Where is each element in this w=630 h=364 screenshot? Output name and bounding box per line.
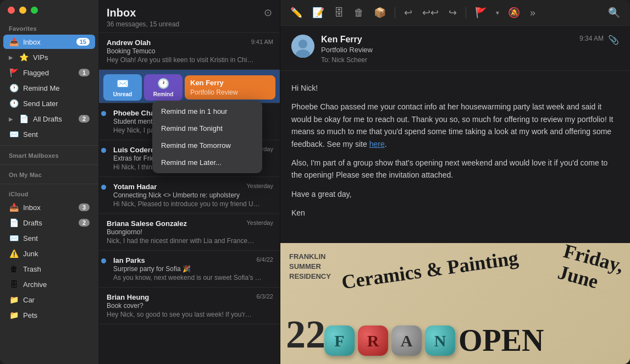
message-subject: Book cover? <box>107 302 272 310</box>
sidebar-item-flagged[interactable]: 🚩 Flagged 1 <box>3 65 95 80</box>
close-button[interactable] <box>8 7 15 14</box>
message-subject: Buongiorno! <box>107 228 272 236</box>
sidebar-item-sent[interactable]: ✉️ Sent <box>3 127 95 141</box>
new-message-icon[interactable]: ✏️ <box>288 4 305 21</box>
sidebar-item-label: VIPs <box>33 53 90 62</box>
junk-toolbar-icon[interactable]: 📦 <box>372 4 388 21</box>
smart-mailboxes-label: Smart Mailboxes <box>0 149 98 161</box>
mailbox-subtitle: 36 messages, 15 unread <box>107 20 179 28</box>
inbox-icon: 📥 <box>9 203 19 212</box>
dropdown-item-tomorrow[interactable]: Remind me Tomorrow <box>152 137 262 154</box>
sidebar-item-drafts-icloud[interactable]: 📄 Drafts 2 <box>3 216 95 230</box>
sidebar-item-pets[interactable]: 📁 Pets <box>3 308 95 322</box>
sidebar-item-label: Sent <box>23 234 90 242</box>
sidebar-item-label: Sent <box>23 130 90 139</box>
message-time: 9:41 AM <box>251 38 273 45</box>
message-preview: As you know, next weekend is our sweet S… <box>113 274 262 282</box>
flag-dropdown-arrow[interactable]: ▼ <box>495 10 500 16</box>
message-list: Inbox 36 messages, 15 unread ⊙ Andrew Ol… <box>99 0 280 364</box>
sidebar-item-archive[interactable]: 🗄 Archive <box>3 277 95 291</box>
ken-ferry-label: Ken Ferry <box>190 79 224 87</box>
unread-indicator <box>101 148 106 153</box>
message-item-selected[interactable]: ✉️ Unread 🕐 Remind Remind me in 1 hour R… <box>99 70 280 103</box>
search-icon[interactable]: 🔍 <box>606 4 622 21</box>
site-link[interactable]: here <box>369 140 385 148</box>
email-attachment-image: FRANKLIN SUMMER RESIDENCY Ceramics & Pai… <box>280 243 630 364</box>
delete-toolbar-icon[interactable]: 🗑 <box>352 5 366 21</box>
sidebar-item-label: Flagged <box>23 69 74 77</box>
message-preview: Hey Olah! Are you still keen to visit Kr… <box>107 56 255 64</box>
from-name: Ken Ferry <box>321 35 573 45</box>
message-item[interactable]: Yotam Hadar Connecting Nick <> Umberto r… <box>99 177 280 214</box>
more-icon[interactable]: » <box>528 5 538 21</box>
sidebar-item-label: Inbox <box>23 203 74 212</box>
message-item[interactable]: Ian Parks Surprise party for Sofia 🎉 As … <box>99 251 280 288</box>
minimize-button[interactable] <box>19 7 26 14</box>
swipe-portfolioreview-button[interactable]: Ken Ferry Portfolio Review <box>185 75 275 100</box>
reply-all-icon[interactable]: ↩↩ <box>420 4 441 21</box>
signature: Ken <box>291 207 619 219</box>
sidebar-item-label: Pets <box>23 311 90 319</box>
message-item[interactable]: Brian Heung Book cover? Hey Nick, so goo… <box>99 288 280 324</box>
forward-icon[interactable]: ↪ <box>446 4 459 21</box>
clock-icon: 🕐 <box>9 99 19 108</box>
sidebar-item-junk[interactable]: ⚠️ Junk <box>3 246 95 261</box>
star-icon: ⭐ <box>19 53 29 62</box>
message-item[interactable]: Briana Salese Gonzalez Buongiorno! Nick,… <box>99 214 280 251</box>
sidebar-item-car[interactable]: 📁 Car <box>3 293 95 307</box>
sidebar-item-send-later[interactable]: 🕐 Send Later <box>3 96 95 111</box>
message-preview: Nick, I had the nicest dinner with Lia a… <box>107 237 255 245</box>
poster-number: 22 <box>286 312 325 357</box>
archive-toolbar-icon[interactable]: 🗄 <box>332 5 346 21</box>
ceramics-painting-text: Ceramics & Painting <box>340 246 520 294</box>
folder-icon: 📁 <box>9 295 19 304</box>
flag-icon: 🚩 <box>9 68 19 77</box>
trash-icon: 🗑 <box>9 264 19 273</box>
clay-r: R <box>358 326 388 356</box>
sidebar-item-label: Send Later <box>23 100 90 108</box>
message-item[interactable]: Andrew Olah Booking Temuco Hey Olah! Are… <box>99 33 280 70</box>
attachment-icon: 📎 <box>608 35 619 45</box>
body-paragraph-1: Phoebe Chao passed me your contact info … <box>291 101 619 150</box>
mailbox-title: Inbox <box>107 7 179 19</box>
sidebar-item-label: Drafts <box>23 219 74 227</box>
drafts-badge: 2 <box>79 115 90 123</box>
message-preview: Hey Nick, so good to see you last week! … <box>107 311 255 318</box>
sidebar-item-inbox-icloud[interactable]: 📥 Inbox 3 <box>3 200 95 214</box>
sender-avatar <box>291 35 314 58</box>
message-subject: Connecting Nick <> Umberto re: upholster… <box>113 191 272 199</box>
sidebar-item-all-drafts[interactable]: ▶ 📄 All Drafts 2 <box>3 112 95 126</box>
sidebar-item-vips[interactable]: ▶ ⭐ VIPs <box>3 50 95 64</box>
compose-icon[interactable]: 📝 <box>310 4 327 21</box>
chevron-icon: ▶ <box>9 116 13 122</box>
dropdown-item-1hour[interactable]: Remind me in 1 hour <box>152 103 262 120</box>
sidebar-item-label: All Drafts <box>33 115 74 123</box>
friday-june-text: Friday,June <box>556 243 626 298</box>
icloud-inbox-badge: 3 <box>79 203 90 211</box>
inbox-icon: 📥 <box>9 37 19 46</box>
swipe-remind-button[interactable]: 🕐 Remind Remind me in 1 hour Remind me T… <box>144 74 183 101</box>
unread-label: Unread <box>113 91 132 97</box>
franklin-open-text: OPEN <box>458 325 544 356</box>
mute-icon[interactable]: 🔕 <box>506 4 522 21</box>
filter-icon[interactable]: ⊙ <box>264 7 272 19</box>
swipe-unread-button[interactable]: ✉️ Unread <box>103 74 142 101</box>
email-to: To: Nick Scheer <box>321 56 573 64</box>
sidebar-item-trash[interactable]: 🗑 Trash <box>3 262 95 276</box>
message-subject: Booking Temuco <box>107 47 272 55</box>
drafts-icon: 📄 <box>9 218 19 227</box>
mail-content: ✏️ 📝 🗄 🗑 📦 ↩ ↩↩ ↪ 🚩 ▼ 🔕 » 🔍 <box>280 0 630 364</box>
message-subject: Surprise party for Sofia 🎉 <box>113 265 272 273</box>
sidebar-item-remind-me[interactable]: 🕐 Remind Me <box>3 81 95 95</box>
maximize-button[interactable] <box>31 7 38 14</box>
sidebar-item-inbox-fav[interactable]: 📥 Inbox 15 <box>3 35 95 49</box>
folder-icon: 📁 <box>9 311 19 319</box>
dropdown-item-later[interactable]: Remind me Later... <box>152 154 262 171</box>
sign-off: Have a great day, <box>291 188 619 200</box>
svg-point-1 <box>299 40 307 48</box>
sidebar-item-sent-icloud[interactable]: ✉️ Sent <box>3 231 95 245</box>
reply-icon[interactable]: ↩ <box>402 4 415 21</box>
flag-toolbar-icon[interactable]: 🚩 <box>473 4 489 21</box>
dropdown-item-tonight[interactable]: Remind me Tonight <box>152 120 262 137</box>
toolbar-separator <box>395 7 395 18</box>
